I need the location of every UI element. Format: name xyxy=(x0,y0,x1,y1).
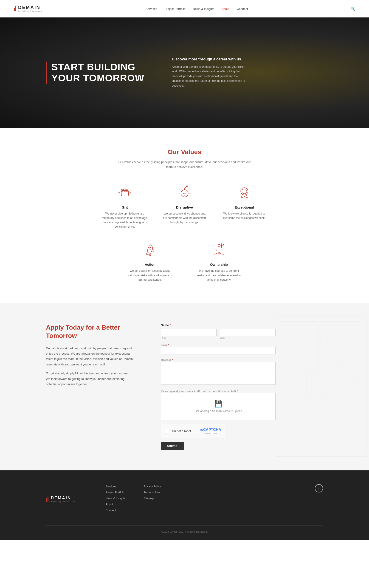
svg-line-6 xyxy=(119,193,120,194)
svg-rect-30 xyxy=(280,321,318,370)
values-row-2: Action We act quickly on ideas by taking… xyxy=(46,240,323,282)
footer-privacy[interactable]: Privacy Policy xyxy=(144,484,161,488)
footer-col-legal: Privacy Policy Terms of Use Sitemap xyxy=(144,484,161,514)
brand-tagline: Building Tomorrow xyxy=(18,10,43,12)
svg-line-7 xyxy=(130,190,131,192)
disruptive-name: Disruptive xyxy=(162,205,208,209)
search-button[interactable]: 🔍 xyxy=(351,6,355,11)
nav-item-portfolio[interactable]: Project Portfolio xyxy=(164,7,185,11)
nav-item-services[interactable]: Services xyxy=(146,7,157,11)
recaptcha-checkbox[interactable] xyxy=(165,429,169,433)
footer-terms[interactable]: Terms of Use xyxy=(144,490,161,494)
footer-link-services[interactable]: Services xyxy=(106,484,125,488)
blueprint-bg-icon: 5'-0" 5'-0" L-108 L-108 xyxy=(273,303,369,470)
value-grit: Grit We never give up. Setbacks are temp… xyxy=(102,183,148,229)
linkedin-icon[interactable]: in xyxy=(315,484,323,493)
apply-title: Apply Today for a Better Tomorrow xyxy=(46,323,133,340)
hero-right-heading: Discover more through a career with us. xyxy=(172,57,245,61)
svg-point-23 xyxy=(218,245,220,247)
recaptcha-logo: reCAPTCHA Privacy - Terms xyxy=(200,427,221,434)
nav-link-news[interactable]: News & Insights xyxy=(193,7,214,10)
footer-sitemap[interactable]: Sitemap xyxy=(144,496,161,500)
nav-item-about[interactable]: About xyxy=(222,7,229,11)
values-row-1: Grit We never give up. Setbacks are temp… xyxy=(46,183,323,229)
svg-text:L-108: L-108 xyxy=(340,361,345,363)
values-title: Our Values xyxy=(46,148,323,156)
upload-group: Please upload your resume (.pdf, .doc, o… xyxy=(161,390,276,420)
svg-rect-34 xyxy=(306,377,362,396)
value-exceptional: Exceptional We know excellence is requir… xyxy=(221,183,267,229)
grit-icon xyxy=(116,183,134,202)
hero-description: Discover more through a career with us. … xyxy=(172,57,245,88)
hero-section: START BUILDING YOUR TOMORROW Discover mo… xyxy=(0,18,369,128)
first-name-input[interactable] xyxy=(161,329,216,336)
email-label: Email * xyxy=(161,344,276,346)
submit-button[interactable]: Submit xyxy=(161,442,184,450)
email-input[interactable] xyxy=(161,347,276,354)
values-section: Our Values Our values serve as the guidi… xyxy=(0,128,369,303)
svg-rect-33 xyxy=(280,377,304,411)
footer-link-news[interactable]: News & Insights xyxy=(106,496,125,500)
recaptcha-label: I'm not a robot xyxy=(172,429,197,433)
footer-social: in xyxy=(315,484,323,514)
last-label: Last xyxy=(220,336,276,339)
apply-desc1: Demain is mission-driven, and built by p… xyxy=(46,346,133,367)
hero-title: START BUILDING YOUR TOMORROW xyxy=(51,62,144,84)
svg-line-16 xyxy=(179,189,180,190)
action-desc: We act quickly on ideas by taking calcul… xyxy=(127,269,173,282)
footer-logo-bars-icon xyxy=(46,496,49,502)
footer-brand-name: DEMAIN xyxy=(51,496,71,500)
footer-col-nav: Services Project Portfolio News & Insigh… xyxy=(106,484,125,514)
svg-line-9 xyxy=(130,193,131,194)
logo[interactable]: DEMAIN Building Tomorrow xyxy=(14,5,43,12)
apply-left: Apply Today for a Better Tomorrow Demain… xyxy=(46,323,133,450)
svg-line-4 xyxy=(119,190,120,192)
nav-links: Services Project Portfolio News & Insigh… xyxy=(146,7,248,11)
name-label: Name * xyxy=(161,323,276,327)
svg-line-18 xyxy=(189,189,190,190)
ownership-desc: We have the courage to confront reality … xyxy=(196,269,242,282)
upload-label: Please upload your resume (.pdf, .doc, o… xyxy=(161,390,276,392)
message-label: Message * xyxy=(161,359,276,361)
message-input[interactable] xyxy=(161,362,276,385)
svg-point-22 xyxy=(149,248,151,250)
apply-form: Name * First Last Email * xyxy=(161,323,276,450)
footer-link-portfolio[interactable]: Project Portfolio xyxy=(106,490,125,494)
recaptcha-box[interactable]: I'm not a robot reCAPTCHA Privacy - Term… xyxy=(161,424,225,438)
footer-bottom: ©2024 Demain LLC. All Rights Reserved. xyxy=(46,526,323,533)
footer: DEMAIN Building Tomorrow Services Projec… xyxy=(0,470,369,540)
value-disruptive: Disruptive We purposefully drive change … xyxy=(162,183,208,229)
upload-icon: 💾 xyxy=(168,400,268,408)
nav-item-connect[interactable]: Connect xyxy=(237,7,248,11)
nav-link-services[interactable]: Services xyxy=(146,7,157,10)
ownership-name: Ownership xyxy=(196,263,242,267)
name-row: First Last xyxy=(161,329,276,340)
value-action: Action We act quickly on ideas by taking… xyxy=(127,240,173,282)
nav-link-about[interactable]: About xyxy=(222,7,229,10)
footer-link-connect[interactable]: Connect xyxy=(106,508,125,512)
value-ownership: Ownership We have the courage to confron… xyxy=(196,240,242,282)
svg-rect-31 xyxy=(321,321,362,370)
first-label: First xyxy=(161,336,216,339)
hero-headline: START BUILDING YOUR TOMORROW xyxy=(46,62,144,84)
upload-area[interactable]: 💾 Click or drag a file to this area to u… xyxy=(161,393,276,420)
message-group: Message * xyxy=(161,359,276,386)
last-name-input[interactable] xyxy=(220,329,276,336)
hero-right-body: A career with Demain is an opportunity t… xyxy=(172,64,245,88)
svg-point-10 xyxy=(181,189,188,197)
apply-section: 5'-0" 5'-0" L-108 L-108 Apply Today for … xyxy=(0,303,369,470)
svg-marker-28 xyxy=(221,244,224,246)
apply-desc2: To get started, simply fill out the form… xyxy=(46,371,133,387)
footer-logo-text: DEMAIN Building Tomorrow xyxy=(51,496,76,503)
svg-point-13 xyxy=(186,186,187,187)
nav-link-portfolio[interactable]: Project Portfolio xyxy=(164,7,185,10)
nav-link-connect[interactable]: Connect xyxy=(237,7,248,10)
svg-line-35 xyxy=(273,314,369,459)
footer-link-about[interactable]: About xyxy=(106,502,125,506)
nav-item-news[interactable]: News & Insights xyxy=(193,7,214,11)
logo-bars-icon xyxy=(14,6,16,11)
action-name: Action xyxy=(127,263,173,267)
svg-line-12 xyxy=(184,186,187,188)
navbar: DEMAIN Building Tomorrow Services Projec… xyxy=(0,0,369,18)
svg-text:5'-0": 5'-0" xyxy=(287,341,291,344)
